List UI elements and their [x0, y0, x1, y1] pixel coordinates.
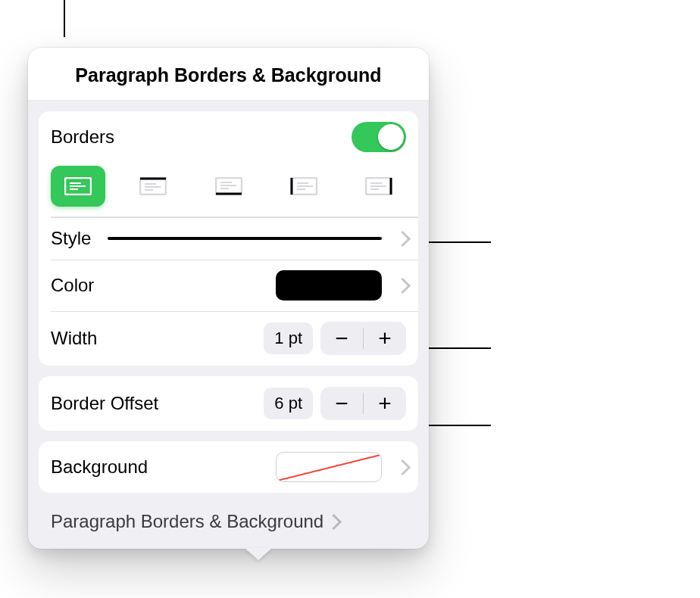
borders-toggle[interactable]	[352, 122, 406, 152]
callout-tick-1	[64, 0, 65, 37]
color-label: Color	[51, 275, 94, 296]
borders-row: Borders	[39, 111, 418, 163]
borders-group: Borders	[39, 111, 418, 366]
underlying-row-label: Paragraph Borders & Background	[51, 511, 323, 532]
offset-decrement-button[interactable]: −	[320, 387, 363, 420]
borders-label: Borders	[51, 126, 114, 148]
border-outline-icon	[64, 177, 92, 195]
chevron-right-icon	[328, 514, 337, 529]
color-row[interactable]: Color	[39, 260, 418, 311]
plus-icon: +	[378, 392, 392, 415]
border-position-segmented	[39, 163, 418, 217]
chevron-right-icon	[397, 278, 406, 293]
border-outline-button[interactable]	[51, 166, 105, 207]
border-right-icon	[365, 177, 392, 195]
width-increment-button[interactable]: +	[364, 322, 406, 355]
border-top-icon	[139, 177, 167, 195]
color-swatch[interactable]	[276, 270, 382, 301]
border-bottom-icon	[215, 177, 242, 195]
border-top-button[interactable]	[126, 166, 180, 207]
offset-stepper: − +	[320, 387, 406, 420]
offset-value: 6 pt	[264, 388, 313, 419]
chevron-right-icon	[397, 459, 406, 475]
border-left-icon	[290, 177, 317, 195]
minus-icon: −	[335, 392, 348, 415]
toggle-knob	[378, 124, 404, 150]
offset-label: Border Offset	[51, 393, 158, 414]
style-label: Style	[51, 228, 91, 249]
width-row: Width 1 pt − +	[39, 311, 418, 366]
line-style-preview	[108, 237, 382, 240]
width-label: Width	[51, 328, 97, 349]
background-row[interactable]: Background	[39, 441, 418, 493]
width-decrement-button[interactable]: −	[320, 322, 363, 355]
callout-line-style	[419, 241, 491, 243]
plus-icon: +	[378, 327, 392, 350]
border-left-button[interactable]	[277, 166, 331, 207]
background-label: Background	[51, 456, 148, 478]
chevron-right-icon	[397, 231, 406, 246]
popover-arrow	[245, 548, 272, 560]
minus-icon: −	[335, 327, 348, 350]
offset-row: Border Offset 6 pt − +	[39, 376, 418, 431]
width-stepper: − +	[320, 322, 406, 355]
background-group: Background	[39, 441, 418, 493]
border-bottom-button[interactable]	[202, 166, 256, 207]
border-right-button[interactable]	[352, 166, 406, 207]
style-row[interactable]: Style	[39, 217, 418, 260]
underlying-row[interactable]: Paragraph Borders & Background	[28, 497, 429, 549]
background-swatch[interactable]	[276, 452, 382, 482]
offset-group: Border Offset 6 pt − +	[39, 376, 418, 431]
panel-title: Paragraph Borders & Background	[28, 48, 429, 101]
offset-increment-button[interactable]: +	[364, 387, 406, 420]
width-value: 1 pt	[264, 322, 313, 354]
paragraph-borders-background-panel: Paragraph Borders & Background Borders	[28, 48, 429, 549]
